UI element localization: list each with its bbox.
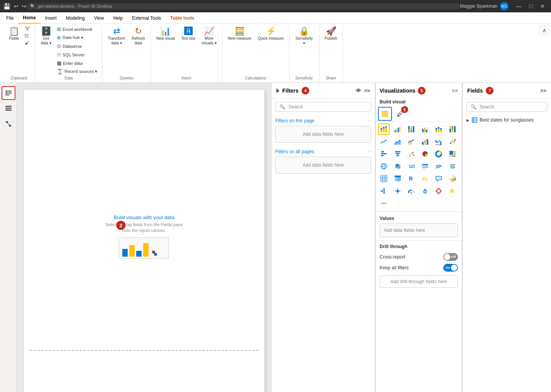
fields-item-best-states[interactable]: ▶ Best states for sunglasses xyxy=(463,115,551,125)
viz-bar-chart[interactable] xyxy=(378,148,390,160)
svg-rect-100 xyxy=(395,176,401,177)
menu-modeling[interactable]: Modeling xyxy=(61,12,90,24)
format-painter-button[interactable]: 🖌 xyxy=(23,40,32,46)
dataverse-button[interactable]: ⊙ Dataverse xyxy=(55,42,99,50)
copy-button[interactable]: ⿻ xyxy=(23,33,32,39)
viz-pie[interactable] xyxy=(419,148,431,160)
svg-point-115 xyxy=(383,192,385,194)
sidebar-report-icon[interactable] xyxy=(2,86,15,100)
viz-card[interactable]: 123 xyxy=(405,161,417,172)
minimize-button[interactable]: — xyxy=(513,2,525,10)
viz-line-clustered[interactable] xyxy=(405,136,417,147)
viz-tab-format[interactable]: 🖊 6 xyxy=(393,107,407,121)
viz-gauge[interactable] xyxy=(405,185,417,197)
viz-matrix[interactable] xyxy=(392,173,404,184)
viz-tab-build[interactable] xyxy=(378,107,392,121)
keep-all-filters-toggle[interactable]: On xyxy=(443,264,458,272)
undo-icon[interactable]: ↩ xyxy=(14,3,19,9)
viz-more[interactable] xyxy=(378,198,390,209)
close-button[interactable]: ✕ xyxy=(537,2,548,10)
enter-data-button[interactable]: ▦ Enter data xyxy=(55,59,99,67)
viz-filled-map[interactable] xyxy=(392,161,404,172)
filters-on-page-ellipsis[interactable]: ··· xyxy=(367,118,371,123)
viz-funnel[interactable] xyxy=(392,148,404,160)
filters-expand-icon[interactable]: >> xyxy=(364,88,370,94)
viz-diamond[interactable] xyxy=(433,185,444,197)
cross-report-toggle[interactable]: Off xyxy=(443,253,458,261)
transform-data-button[interactable]: ⇄ Transformdata ▾ xyxy=(105,25,127,47)
app-save-icon[interactable]: 💾 xyxy=(3,3,11,10)
sql-server-button[interactable]: ⊞ SQL Server xyxy=(55,51,99,58)
data-hub-button[interactable]: ⊕ Data hub ▾ xyxy=(55,34,99,41)
filters-on-page-dropzone[interactable]: Add data fields here xyxy=(275,126,371,143)
viz-100-stacked-bar[interactable] xyxy=(405,123,417,135)
svg-rect-50 xyxy=(424,140,426,145)
menu-file[interactable]: File xyxy=(2,12,18,24)
viz-python[interactable]: Py xyxy=(419,173,431,184)
menu-view[interactable]: View xyxy=(89,12,109,24)
new-measure-button[interactable]: 🧮 New measure xyxy=(225,25,254,42)
viz-treemap[interactable] xyxy=(447,148,458,160)
viz-stacked-bar[interactable] xyxy=(378,123,390,135)
add-drill-fields-button[interactable]: Add drill-through fields here xyxy=(380,275,458,288)
viz-ribbon-chart[interactable] xyxy=(419,136,431,147)
window-controls[interactable]: — □ ✕ xyxy=(513,2,548,10)
maximize-button[interactable]: □ xyxy=(526,2,536,10)
viz-arrows[interactable] xyxy=(447,185,458,197)
canvas-page[interactable]: Build visuals with your data Select or d… xyxy=(23,89,265,392)
menu-help[interactable]: Help xyxy=(109,12,127,24)
viz-clustered-column[interactable] xyxy=(419,123,431,135)
viz-key-influencers[interactable] xyxy=(392,185,404,197)
fields-search-box[interactable]: 🔍 Search xyxy=(466,102,547,112)
fields-expand-icon[interactable]: >> xyxy=(540,88,546,94)
paste-button[interactable]: 📋 Paste xyxy=(6,25,22,42)
svg-rect-76 xyxy=(453,151,456,153)
get-data-button[interactable]: 🗄️ Getdata ▾ xyxy=(38,25,54,47)
viz-slicer[interactable] xyxy=(447,161,458,172)
sidebar-model-icon[interactable] xyxy=(2,117,15,131)
viz-clustered-bar[interactable] xyxy=(392,123,404,135)
fields-table-icon xyxy=(472,117,477,123)
viz-azuremaps[interactable] xyxy=(419,185,431,197)
collapse-ribbon-button[interactable]: ∧ xyxy=(539,25,549,35)
menu-insert[interactable]: Insert xyxy=(41,12,61,24)
viz-area-chart[interactable] xyxy=(392,136,404,147)
viz-kpi[interactable]: KPI xyxy=(433,161,444,172)
viz-stacked-column[interactable] xyxy=(433,123,444,135)
sidebar-data-icon[interactable] xyxy=(2,101,15,115)
viz-r-visual[interactable]: R xyxy=(405,173,417,184)
viz-scatter[interactable] xyxy=(447,136,458,147)
filters-all-pages-ellipsis[interactable]: ··· xyxy=(367,149,371,154)
new-visual-button[interactable]: 📊 New visual xyxy=(154,25,177,42)
quick-measure-button[interactable]: ⚡ Quick measure xyxy=(255,25,286,42)
publish-button[interactable]: 🚀 Publish xyxy=(322,25,340,42)
svg-point-67 xyxy=(409,155,410,157)
viz-multi-row-card[interactable] xyxy=(419,161,431,172)
values-dropzone[interactable]: Add data fields here xyxy=(380,223,458,237)
filters-all-pages-dropzone[interactable]: Add data fields here xyxy=(275,157,371,174)
recent-sources-button[interactable]: ⌛ Recent sources ▾ xyxy=(55,68,99,75)
redo-icon[interactable]: ↪ xyxy=(22,3,26,9)
viz-q-a[interactable]: Q&A xyxy=(447,173,458,184)
viz-smart-narrative[interactable] xyxy=(433,173,444,184)
menu-home[interactable]: Home xyxy=(18,12,40,24)
menu-table-tools[interactable]: Table tools xyxy=(166,12,199,24)
viz-donut[interactable] xyxy=(433,148,444,160)
sensitivity-button[interactable]: 🔒 Sensitivity▾ xyxy=(293,25,316,47)
viz-scatter-plot[interactable] xyxy=(405,148,417,160)
viz-map[interactable] xyxy=(378,161,390,172)
filters-eye-icon[interactable]: 👁 xyxy=(356,88,361,94)
viz-waterfall[interactable] xyxy=(433,136,444,147)
viz-expand-icon[interactable]: >> xyxy=(452,88,458,94)
text-box-button[interactable]: 🅰 Text box xyxy=(179,25,198,42)
refresh-data-button[interactable]: ↻ Refreshdata xyxy=(129,25,147,47)
viz-table[interactable] xyxy=(378,173,390,184)
viz-line-chart[interactable] xyxy=(378,136,390,147)
filters-search-box[interactable]: 🔍 Search xyxy=(275,102,371,112)
excel-workbook-button[interactable]: ⊞ Excel workbook xyxy=(55,25,99,33)
viz-decomposition-tree[interactable] xyxy=(378,185,390,197)
cut-button[interactable]: ✂️ xyxy=(23,25,32,32)
more-visuals-button[interactable]: 📈 Morevisuals ▾ xyxy=(199,25,219,47)
menu-external-tools[interactable]: External Tools xyxy=(127,12,166,24)
viz-100-stacked-column[interactable] xyxy=(447,123,458,135)
